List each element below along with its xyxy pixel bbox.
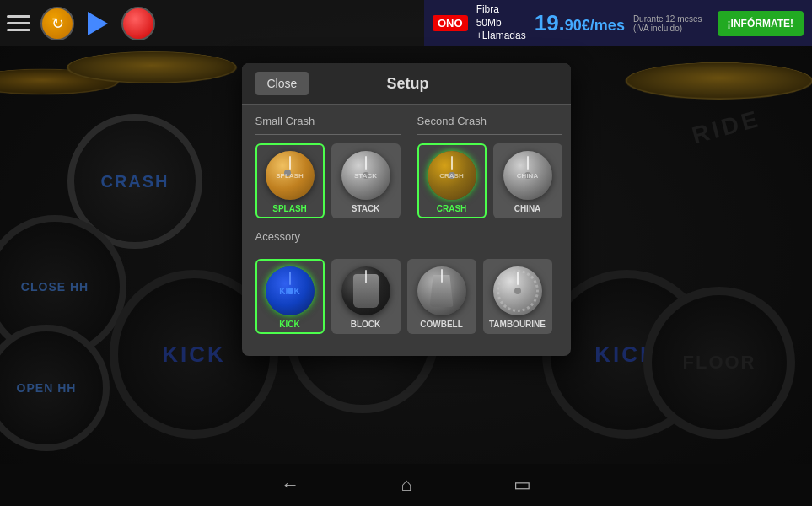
back-button[interactable]: ← [281, 474, 299, 496]
accessory-items: KICK KICK BLOCK [255, 259, 557, 334]
tambourine-knob [493, 266, 542, 315]
small-crash-section: Small Crash SPLASH [255, 115, 401, 230]
china-item[interactable]: CHINA CHINA [493, 143, 562, 218]
block-label: BLOCK [351, 320, 381, 329]
crash-label: CRASH [437, 204, 467, 213]
record-button[interactable] [121, 7, 155, 40]
second-crash-items: CRASH CRASH CHINA [417, 143, 562, 218]
setup-title: Setup [309, 75, 506, 93]
splash-knob: SPLASH [266, 151, 315, 200]
small-crash-items: SPLASH SPLASH STACK [255, 143, 401, 218]
ad-price: 19.90€/mes [535, 10, 625, 36]
crash-knob: CRASH [428, 151, 476, 200]
tambourine-label: TAMBOURINE [489, 320, 546, 329]
stack-label: STACK [352, 204, 380, 213]
ad-text: Fibra 50Mb +Llamadas [476, 3, 526, 43]
cowbell-knob [417, 266, 466, 315]
accessory-label: Acessory [255, 230, 557, 243]
stack-knob: STACK [341, 151, 390, 200]
svg-marker-0 [88, 12, 108, 35]
second-crash-label: Second Crash [417, 115, 562, 127]
kick-knob: KICK [266, 266, 315, 315]
block-item[interactable]: BLOCK [331, 259, 401, 334]
small-crash-label: Small Crash [255, 115, 401, 127]
tambourine-item[interactable]: TAMBOURINE [483, 259, 552, 334]
close-button[interactable]: Close [255, 72, 309, 95]
splash-label: SPLASH [272, 204, 307, 213]
menu-button[interactable] [7, 10, 34, 37]
setup-body: Small Crash SPLASH [242, 105, 571, 356]
setup-header: Close Setup [242, 63, 571, 105]
recent-apps-button[interactable]: ▭ [514, 474, 531, 496]
accessory-section: Acessory KICK KICK [255, 230, 557, 334]
block-knob [341, 266, 390, 315]
refresh-button[interactable]: ↻ [40, 7, 74, 40]
cowbell-item[interactable]: COWBELL [407, 259, 476, 334]
home-button[interactable]: ⌂ [401, 474, 411, 496]
ad-brand: ONO [433, 15, 468, 31]
kick-label: KICK [279, 320, 299, 329]
modal-overlay: Close Setup Small Crash [0, 46, 812, 464]
top-bar: ↻ ONO Fibra 50Mb +Llamadas 19.90€/mes Du… [0, 0, 812, 46]
ad-note: Durante 12 meses (IVA incluido) [633, 14, 709, 33]
china-label: CHINA [514, 204, 541, 213]
crash-item[interactable]: CRASH CRASH [417, 143, 487, 218]
ad-cta-button[interactable]: ¡INFÓRMATE! [718, 11, 804, 36]
cowbell-label: COWBELL [420, 320, 463, 329]
stack-item[interactable]: STACK STACK [331, 143, 401, 218]
china-knob: CHINA [503, 151, 552, 200]
bottom-bar: ← ⌂ ▭ [0, 464, 812, 506]
ad-banner: ONO Fibra 50Mb +Llamadas 19.90€/mes Dura… [424, 0, 812, 46]
second-crash-section: Second Crash CRASH [417, 115, 562, 230]
setup-dialog: Close Setup Small Crash [242, 63, 571, 356]
kick-item[interactable]: KICK KICK [255, 259, 325, 334]
play-button[interactable] [81, 7, 115, 40]
splash-item[interactable]: SPLASH SPLASH [255, 143, 325, 218]
